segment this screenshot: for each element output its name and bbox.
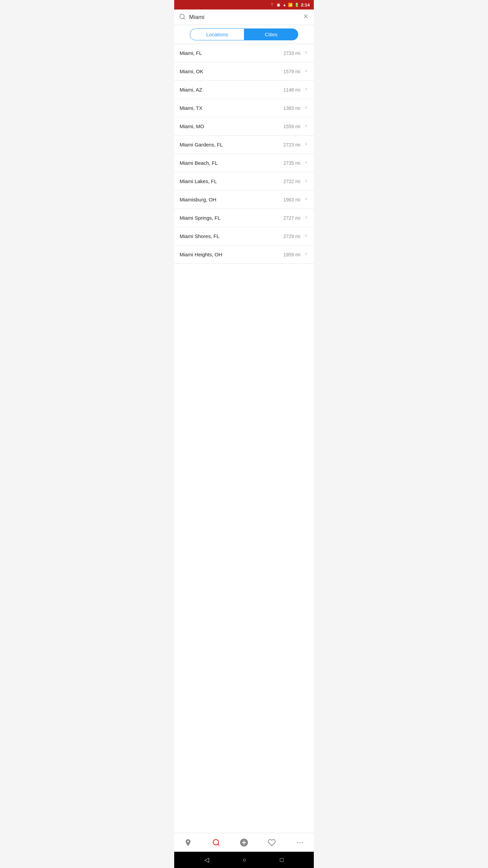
- nav-map[interactable]: [180, 836, 196, 849]
- svg-line-5: [218, 844, 219, 845]
- svg-point-0: [180, 14, 184, 18]
- location-distance: 1148 mi: [283, 87, 300, 93]
- location-distance: 2722 mi: [283, 179, 300, 184]
- location-distance: 2735 mi: [283, 160, 300, 166]
- location-item[interactable]: Miami, TX1383 mi: [174, 99, 314, 117]
- bottom-nav: [174, 833, 314, 852]
- location-distance: 1579 mi: [283, 69, 300, 74]
- android-recents-button[interactable]: □: [280, 856, 284, 864]
- svg-point-8: [302, 842, 303, 843]
- nav-favorites[interactable]: [264, 836, 280, 849]
- status-icons: 📍 ⏰ ▲ 📶 🔋 2:14: [270, 2, 310, 7]
- location-name: Miami, FL: [180, 50, 283, 56]
- location-distance: 2729 mi: [283, 234, 300, 239]
- search-query[interactable]: Miami: [189, 14, 299, 21]
- location-name: Miamisburg, OH: [180, 197, 283, 202]
- chevron-right-icon: [304, 197, 308, 202]
- chevron-right-icon: [304, 215, 308, 221]
- location-item[interactable]: Miami Beach, FL2735 mi: [174, 154, 314, 172]
- battery-status-icon: 🔋: [294, 3, 299, 7]
- nav-search[interactable]: [208, 836, 224, 849]
- location-distance: 1383 mi: [283, 105, 300, 111]
- location-item[interactable]: Miami Heights, OH1959 mi: [174, 245, 314, 264]
- location-item[interactable]: Miami, MO1559 mi: [174, 117, 314, 136]
- chevron-right-icon: [304, 160, 308, 166]
- location-distance: 1963 mi: [283, 197, 300, 202]
- location-distance: 2727 mi: [283, 215, 300, 221]
- nav-add[interactable]: [236, 836, 252, 849]
- location-item[interactable]: Miami Gardens, FL2723 mi: [174, 136, 314, 154]
- location-name: Miami Gardens, FL: [180, 142, 283, 147]
- location-name: Miami Heights, OH: [180, 252, 283, 257]
- search-icon: [179, 13, 186, 21]
- android-nav-bar: ◁ ○ □: [174, 852, 314, 868]
- location-name: Miami, MO: [180, 123, 283, 129]
- location-name: Miami Beach, FL: [180, 160, 283, 166]
- location-name: Miami Shores, FL: [180, 233, 283, 239]
- chevron-right-icon: [304, 87, 308, 93]
- chevron-right-icon: [304, 123, 308, 129]
- location-status-icon: 📍: [270, 3, 274, 7]
- alarm-status-icon: ⏰: [276, 3, 281, 7]
- svg-line-1: [184, 18, 185, 19]
- location-name: Miami Springs, FL: [180, 215, 283, 221]
- location-name: Miami, AZ: [180, 87, 283, 93]
- chevron-right-icon: [304, 252, 308, 257]
- location-name: Miami, OK: [180, 68, 283, 74]
- location-distance: 1559 mi: [283, 124, 300, 129]
- chevron-right-icon: [304, 178, 308, 184]
- location-distance: 2723 mi: [283, 142, 300, 147]
- location-item[interactable]: Miami Lakes, FL2722 mi: [174, 172, 314, 191]
- location-item[interactable]: Miami, AZ1148 mi: [174, 81, 314, 99]
- chevron-right-icon: [304, 233, 308, 239]
- location-list: Miami, FL2733 miMiami, OK1579 miMiami, A…: [174, 44, 314, 833]
- location-name: Miami Lakes, FL: [180, 178, 283, 184]
- location-item[interactable]: Miamisburg, OH1963 mi: [174, 191, 314, 209]
- svg-point-6: [297, 842, 298, 843]
- tab-locations[interactable]: Locations: [190, 28, 244, 40]
- chevron-right-icon: [304, 142, 308, 147]
- location-distance: 1959 mi: [283, 252, 300, 257]
- svg-point-7: [299, 842, 300, 843]
- android-back-button[interactable]: ◁: [204, 856, 209, 864]
- android-home-button[interactable]: ○: [243, 856, 246, 864]
- location-item[interactable]: Miami, OK1579 mi: [174, 62, 314, 81]
- location-name: Miami, TX: [180, 105, 283, 111]
- clear-search-button[interactable]: [302, 13, 309, 21]
- location-item[interactable]: Miami, FL2733 mi: [174, 44, 314, 62]
- chevron-right-icon: [304, 50, 308, 56]
- status-bar: 📍 ⏰ ▲ 📶 🔋 2:14: [174, 0, 314, 9]
- chevron-right-icon: [304, 68, 308, 74]
- location-item[interactable]: Miami Springs, FL2727 mi: [174, 209, 314, 227]
- signal-status-icon: 📶: [288, 3, 293, 7]
- tab-cities[interactable]: Cities: [244, 28, 298, 40]
- tab-bar: Locations Cities: [174, 25, 314, 44]
- search-bar: Miami: [174, 9, 314, 25]
- svg-point-4: [213, 840, 219, 845]
- status-time: 2:14: [301, 2, 310, 7]
- wifi-status-icon: ▲: [283, 3, 286, 7]
- location-distance: 2733 mi: [283, 51, 300, 56]
- chevron-right-icon: [304, 105, 308, 111]
- nav-more[interactable]: [292, 836, 308, 849]
- location-item[interactable]: Miami Shores, FL2729 mi: [174, 227, 314, 245]
